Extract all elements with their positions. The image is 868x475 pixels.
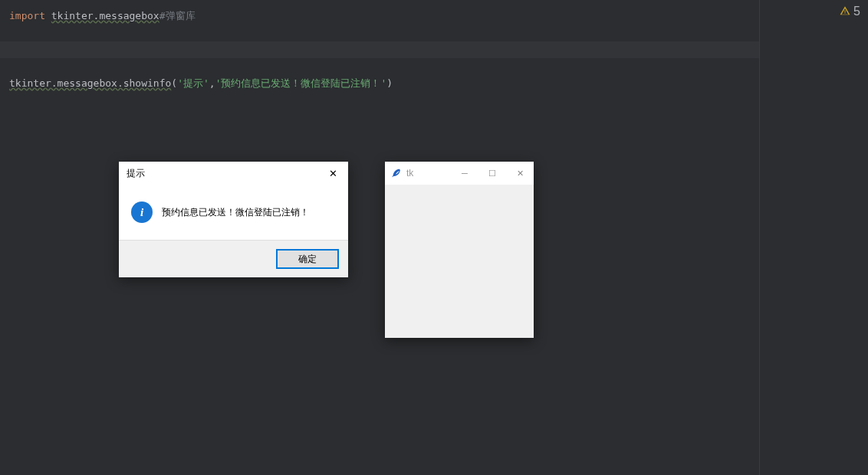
tk-titlebar[interactable]: tk ─ ☐ ✕ (385, 162, 534, 185)
dialog-message: 预约信息已发送！微信登陆已注销！ (162, 206, 309, 219)
comma: , (209, 77, 215, 89)
info-icon: i (131, 201, 153, 223)
module-name: tkinter.messagebox (51, 10, 159, 21)
paren-close: ) (386, 77, 393, 89)
warning-icon (840, 5, 850, 18)
comment: #弹窗库 (159, 10, 196, 21)
string-arg1: '提示' (177, 77, 209, 89)
ok-button[interactable]: 确定 (276, 249, 339, 269)
editor-right-gutter: 5 (759, 0, 868, 475)
current-line-highlight (0, 41, 759, 58)
tk-title-text: tk (406, 168, 413, 179)
dialog-titlebar[interactable]: 提示 ✕ (119, 162, 348, 185)
tk-client-area (385, 185, 534, 338)
blank-line (0, 58, 759, 75)
tk-feather-icon (390, 167, 402, 179)
dialog-title-text: 提示 (127, 167, 145, 180)
warnings-indicator[interactable]: 5 (840, 5, 860, 18)
minimize-icon[interactable]: ─ (451, 162, 478, 185)
messagebox-dialog: 提示 ✕ i 预约信息已发送！微信登陆已注销！ 确定 (119, 162, 348, 277)
string-arg2: '预约信息已发送！微信登陆已注销！' (215, 77, 387, 89)
tk-root-window: tk ─ ☐ ✕ (385, 162, 534, 338)
function-call: tkinter.messagebox.showinfo (9, 77, 171, 89)
warning-count: 5 (853, 5, 860, 18)
close-icon[interactable]: ✕ (317, 162, 348, 185)
code-line-1[interactable]: import tkinter.messagebox#弹窗库 (0, 8, 759, 25)
code-line-4[interactable]: tkinter.messagebox.showinfo('提示','预约信息已发… (0, 75, 759, 92)
dialog-body: i 预约信息已发送！微信登陆已注销！ (119, 185, 348, 240)
close-icon[interactable]: ✕ (506, 162, 534, 185)
blank-line (0, 25, 759, 41)
paren-open: ( (171, 77, 177, 89)
dialog-footer: 确定 (119, 240, 348, 277)
keyword-import: import (9, 10, 45, 21)
code-editor[interactable]: import tkinter.messagebox#弹窗库 tkinter.me… (0, 0, 759, 475)
maximize-icon[interactable]: ☐ (478, 162, 506, 185)
